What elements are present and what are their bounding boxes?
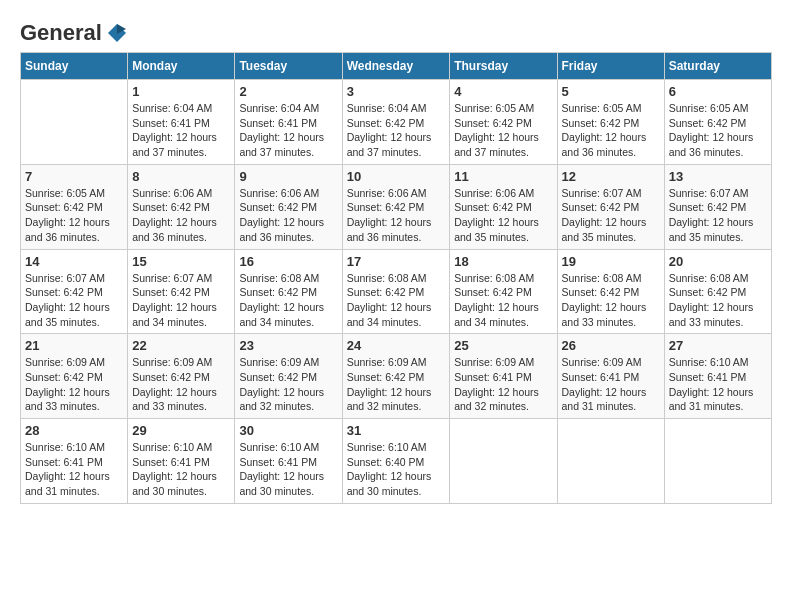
calendar-cell: 21 Sunrise: 6:09 AM Sunset: 6:42 PM Dayl… [21, 334, 128, 419]
logo-general: General [20, 20, 102, 46]
calendar-week-4: 21 Sunrise: 6:09 AM Sunset: 6:42 PM Dayl… [21, 334, 772, 419]
day-header-monday: Monday [128, 53, 235, 80]
day-info: Sunrise: 6:06 AM Sunset: 6:42 PM Dayligh… [132, 186, 230, 245]
day-number: 21 [25, 338, 123, 353]
day-info: Sunrise: 6:10 AM Sunset: 6:41 PM Dayligh… [132, 440, 230, 499]
day-info: Sunrise: 6:09 AM Sunset: 6:42 PM Dayligh… [132, 355, 230, 414]
calendar-cell: 28 Sunrise: 6:10 AM Sunset: 6:41 PM Dayl… [21, 419, 128, 504]
day-number: 6 [669, 84, 767, 99]
calendar-cell: 1 Sunrise: 6:04 AM Sunset: 6:41 PM Dayli… [128, 80, 235, 165]
day-info: Sunrise: 6:08 AM Sunset: 6:42 PM Dayligh… [347, 271, 446, 330]
day-info: Sunrise: 6:08 AM Sunset: 6:42 PM Dayligh… [669, 271, 767, 330]
day-header-thursday: Thursday [450, 53, 557, 80]
day-number: 27 [669, 338, 767, 353]
day-number: 16 [239, 254, 337, 269]
day-header-tuesday: Tuesday [235, 53, 342, 80]
calendar-week-3: 14 Sunrise: 6:07 AM Sunset: 6:42 PM Dayl… [21, 249, 772, 334]
day-info: Sunrise: 6:07 AM Sunset: 6:42 PM Dayligh… [669, 186, 767, 245]
day-number: 25 [454, 338, 552, 353]
calendar-week-5: 28 Sunrise: 6:10 AM Sunset: 6:41 PM Dayl… [21, 419, 772, 504]
calendar-cell: 25 Sunrise: 6:09 AM Sunset: 6:41 PM Dayl… [450, 334, 557, 419]
day-header-sunday: Sunday [21, 53, 128, 80]
day-number: 1 [132, 84, 230, 99]
day-number: 22 [132, 338, 230, 353]
day-number: 5 [562, 84, 660, 99]
day-number: 7 [25, 169, 123, 184]
day-number: 2 [239, 84, 337, 99]
day-info: Sunrise: 6:05 AM Sunset: 6:42 PM Dayligh… [454, 101, 552, 160]
calendar-cell [450, 419, 557, 504]
calendar-cell: 16 Sunrise: 6:08 AM Sunset: 6:42 PM Dayl… [235, 249, 342, 334]
calendar-cell: 30 Sunrise: 6:10 AM Sunset: 6:41 PM Dayl… [235, 419, 342, 504]
calendar-cell: 26 Sunrise: 6:09 AM Sunset: 6:41 PM Dayl… [557, 334, 664, 419]
calendar-cell: 2 Sunrise: 6:04 AM Sunset: 6:41 PM Dayli… [235, 80, 342, 165]
day-info: Sunrise: 6:10 AM Sunset: 6:40 PM Dayligh… [347, 440, 446, 499]
day-info: Sunrise: 6:05 AM Sunset: 6:42 PM Dayligh… [562, 101, 660, 160]
day-number: 12 [562, 169, 660, 184]
calendar-cell: 14 Sunrise: 6:07 AM Sunset: 6:42 PM Dayl… [21, 249, 128, 334]
calendar-week-2: 7 Sunrise: 6:05 AM Sunset: 6:42 PM Dayli… [21, 164, 772, 249]
day-info: Sunrise: 6:09 AM Sunset: 6:41 PM Dayligh… [454, 355, 552, 414]
day-number: 17 [347, 254, 446, 269]
day-info: Sunrise: 6:06 AM Sunset: 6:42 PM Dayligh… [239, 186, 337, 245]
calendar-cell: 18 Sunrise: 6:08 AM Sunset: 6:42 PM Dayl… [450, 249, 557, 334]
calendar-cell: 4 Sunrise: 6:05 AM Sunset: 6:42 PM Dayli… [450, 80, 557, 165]
calendar-cell: 9 Sunrise: 6:06 AM Sunset: 6:42 PM Dayli… [235, 164, 342, 249]
calendar-cell: 6 Sunrise: 6:05 AM Sunset: 6:42 PM Dayli… [664, 80, 771, 165]
day-info: Sunrise: 6:07 AM Sunset: 6:42 PM Dayligh… [25, 271, 123, 330]
day-info: Sunrise: 6:09 AM Sunset: 6:42 PM Dayligh… [25, 355, 123, 414]
day-info: Sunrise: 6:08 AM Sunset: 6:42 PM Dayligh… [562, 271, 660, 330]
day-header-friday: Friday [557, 53, 664, 80]
calendar-cell: 24 Sunrise: 6:09 AM Sunset: 6:42 PM Dayl… [342, 334, 450, 419]
day-info: Sunrise: 6:04 AM Sunset: 6:41 PM Dayligh… [239, 101, 337, 160]
calendar-cell: 11 Sunrise: 6:06 AM Sunset: 6:42 PM Dayl… [450, 164, 557, 249]
day-number: 3 [347, 84, 446, 99]
day-number: 19 [562, 254, 660, 269]
day-number: 14 [25, 254, 123, 269]
calendar-cell: 22 Sunrise: 6:09 AM Sunset: 6:42 PM Dayl… [128, 334, 235, 419]
calendar-cell: 20 Sunrise: 6:08 AM Sunset: 6:42 PM Dayl… [664, 249, 771, 334]
day-number: 9 [239, 169, 337, 184]
day-number: 29 [132, 423, 230, 438]
day-info: Sunrise: 6:04 AM Sunset: 6:42 PM Dayligh… [347, 101, 446, 160]
day-number: 20 [669, 254, 767, 269]
calendar-cell: 8 Sunrise: 6:06 AM Sunset: 6:42 PM Dayli… [128, 164, 235, 249]
calendar-cell: 12 Sunrise: 6:07 AM Sunset: 6:42 PM Dayl… [557, 164, 664, 249]
calendar-cell: 19 Sunrise: 6:08 AM Sunset: 6:42 PM Dayl… [557, 249, 664, 334]
day-info: Sunrise: 6:05 AM Sunset: 6:42 PM Dayligh… [669, 101, 767, 160]
calendar-cell: 27 Sunrise: 6:10 AM Sunset: 6:41 PM Dayl… [664, 334, 771, 419]
day-info: Sunrise: 6:05 AM Sunset: 6:42 PM Dayligh… [25, 186, 123, 245]
calendar-cell: 5 Sunrise: 6:05 AM Sunset: 6:42 PM Dayli… [557, 80, 664, 165]
day-info: Sunrise: 6:04 AM Sunset: 6:41 PM Dayligh… [132, 101, 230, 160]
day-info: Sunrise: 6:09 AM Sunset: 6:42 PM Dayligh… [347, 355, 446, 414]
day-info: Sunrise: 6:09 AM Sunset: 6:42 PM Dayligh… [239, 355, 337, 414]
day-number: 31 [347, 423, 446, 438]
day-number: 4 [454, 84, 552, 99]
calendar-cell [664, 419, 771, 504]
calendar-cell: 15 Sunrise: 6:07 AM Sunset: 6:42 PM Dayl… [128, 249, 235, 334]
day-info: Sunrise: 6:06 AM Sunset: 6:42 PM Dayligh… [454, 186, 552, 245]
calendar-cell: 13 Sunrise: 6:07 AM Sunset: 6:42 PM Dayl… [664, 164, 771, 249]
day-info: Sunrise: 6:10 AM Sunset: 6:41 PM Dayligh… [25, 440, 123, 499]
day-number: 30 [239, 423, 337, 438]
day-number: 28 [25, 423, 123, 438]
calendar-cell: 23 Sunrise: 6:09 AM Sunset: 6:42 PM Dayl… [235, 334, 342, 419]
day-number: 8 [132, 169, 230, 184]
day-info: Sunrise: 6:09 AM Sunset: 6:41 PM Dayligh… [562, 355, 660, 414]
day-info: Sunrise: 6:08 AM Sunset: 6:42 PM Dayligh… [454, 271, 552, 330]
calendar-cell: 29 Sunrise: 6:10 AM Sunset: 6:41 PM Dayl… [128, 419, 235, 504]
day-number: 15 [132, 254, 230, 269]
day-number: 10 [347, 169, 446, 184]
day-info: Sunrise: 6:08 AM Sunset: 6:42 PM Dayligh… [239, 271, 337, 330]
calendar-header-row: SundayMondayTuesdayWednesdayThursdayFrid… [21, 53, 772, 80]
day-info: Sunrise: 6:06 AM Sunset: 6:42 PM Dayligh… [347, 186, 446, 245]
calendar-cell [557, 419, 664, 504]
page-header: General [20, 20, 772, 42]
day-number: 23 [239, 338, 337, 353]
calendar-table: SundayMondayTuesdayWednesdayThursdayFrid… [20, 52, 772, 504]
calendar-cell: 31 Sunrise: 6:10 AM Sunset: 6:40 PM Dayl… [342, 419, 450, 504]
calendar-week-1: 1 Sunrise: 6:04 AM Sunset: 6:41 PM Dayli… [21, 80, 772, 165]
calendar-cell: 10 Sunrise: 6:06 AM Sunset: 6:42 PM Dayl… [342, 164, 450, 249]
logo-icon [106, 22, 128, 44]
day-header-wednesday: Wednesday [342, 53, 450, 80]
